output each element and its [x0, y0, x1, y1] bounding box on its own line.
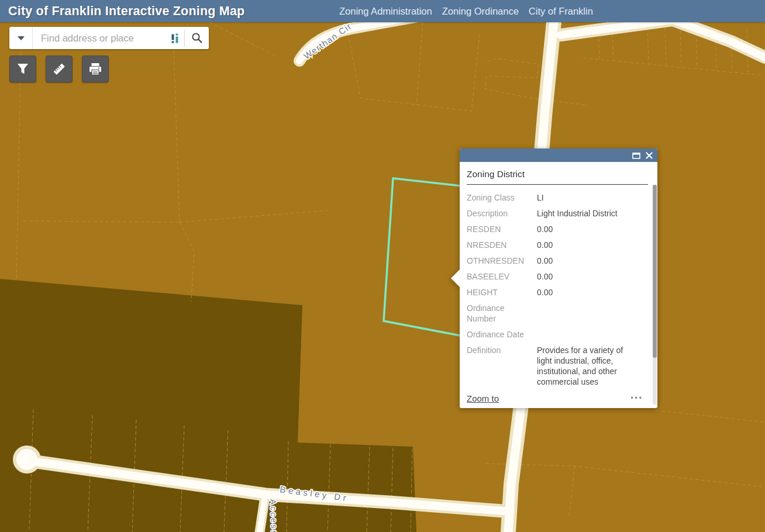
- search-widget: [9, 27, 209, 49]
- street-label-access: Access: [268, 499, 279, 532]
- top-nav: Zoning Administration Zoning Ordinance C…: [339, 0, 593, 22]
- close-icon: [646, 152, 653, 159]
- measure-tool-button[interactable]: [46, 56, 73, 82]
- attribute-label: BASEELEV: [467, 271, 530, 282]
- attribute-value: 0.00: [537, 287, 650, 298]
- zoom-to-link[interactable]: Zoom to: [467, 393, 499, 403]
- popup-titlebar[interactable]: [460, 148, 657, 162]
- popup-title-divider: [467, 184, 648, 185]
- more-options-button[interactable]: •••: [630, 394, 643, 402]
- attribute-row: Zoning Class LI: [467, 192, 650, 203]
- app: Werthan Cir Beasley Dr Access City of Fr…: [0, 0, 765, 532]
- page-title: City of Franklin Interactive Zoning Map: [8, 0, 244, 22]
- attribute-label: Zoning Class: [467, 192, 530, 203]
- chevron-down-icon: [18, 36, 25, 40]
- print-tool-button[interactable]: [82, 56, 109, 82]
- search-source-dropdown[interactable]: [9, 27, 33, 49]
- attribute-label: HEIGHT: [467, 287, 530, 298]
- attribute-label: Ordinance Date: [467, 329, 530, 340]
- attribute-label: RESDEN: [467, 224, 530, 234]
- attribute-label: OTHNRESDEN: [467, 255, 530, 266]
- maximize-icon: [632, 152, 640, 159]
- close-button[interactable]: [646, 152, 653, 159]
- attribute-value: 0.00: [537, 224, 650, 234]
- ruler-icon: [51, 61, 67, 77]
- popup-scrollbar-thumb[interactable]: [653, 185, 657, 358]
- app-header: City of Franklin Interactive Zoning Map …: [0, 0, 765, 22]
- attribute-row: HEIGHT 0.00: [467, 287, 650, 298]
- attribute-label: NRESDEN: [467, 240, 530, 250]
- attribute-row: RESDEN 0.00: [467, 224, 650, 234]
- search-input[interactable]: [33, 27, 171, 49]
- attribute-label: Description: [467, 208, 530, 219]
- attribute-row: Definition Provides for a variety of lig…: [467, 345, 650, 387]
- printer-icon: [88, 63, 102, 76]
- attribute-row: BASEELEV 0.00: [467, 271, 650, 282]
- attribute-row: Ordinance Date: [467, 329, 650, 340]
- map-toolbar: [9, 56, 109, 82]
- search-button[interactable]: [185, 27, 209, 49]
- nav-zoning-ordinance[interactable]: Zoning Ordinance: [442, 6, 519, 17]
- attribute-value: 0.00: [537, 271, 650, 282]
- popup-arrow: [451, 269, 460, 288]
- attribute-value: [537, 329, 650, 340]
- attribute-value: 0.00: [537, 255, 650, 266]
- attribute-table: Zoning Class LI Description Light Indust…: [467, 192, 650, 387]
- attribute-label: Definition: [467, 345, 530, 387]
- zoning-district-popup: Zoning District Zoning Class LI Descript…: [460, 148, 657, 408]
- attribute-row: OTHNRESDEN 0.00: [467, 255, 650, 266]
- filter-icon: [16, 63, 29, 75]
- attribute-row: Ordinance Number: [467, 303, 650, 324]
- attribute-value: Light Industrial District: [537, 208, 650, 219]
- popup-title: Zoning District: [467, 169, 650, 179]
- attribute-row: NRESDEN 0.00: [467, 240, 650, 250]
- maximize-button[interactable]: [632, 152, 640, 159]
- attribute-value: 0.00: [537, 240, 650, 250]
- nav-city-of-franklin[interactable]: City of Franklin: [529, 6, 593, 17]
- nav-zoning-administration[interactable]: Zoning Administration: [339, 6, 432, 17]
- attribute-value: [537, 303, 650, 324]
- attribute-label: Ordinance Number: [467, 303, 530, 324]
- popup-scrollbar[interactable]: [653, 185, 657, 405]
- search-icon: [191, 32, 203, 44]
- locator-suggest-icon: [171, 27, 184, 49]
- attribute-row: Description Light Industrial District: [467, 208, 650, 219]
- filter-tool-button[interactable]: [9, 56, 36, 82]
- popup-body: Zoning District Zoning Class LI Descript…: [460, 162, 657, 408]
- attribute-value: LI: [537, 192, 650, 203]
- attribute-value: Provides for a variety of light industri…: [537, 345, 650, 387]
